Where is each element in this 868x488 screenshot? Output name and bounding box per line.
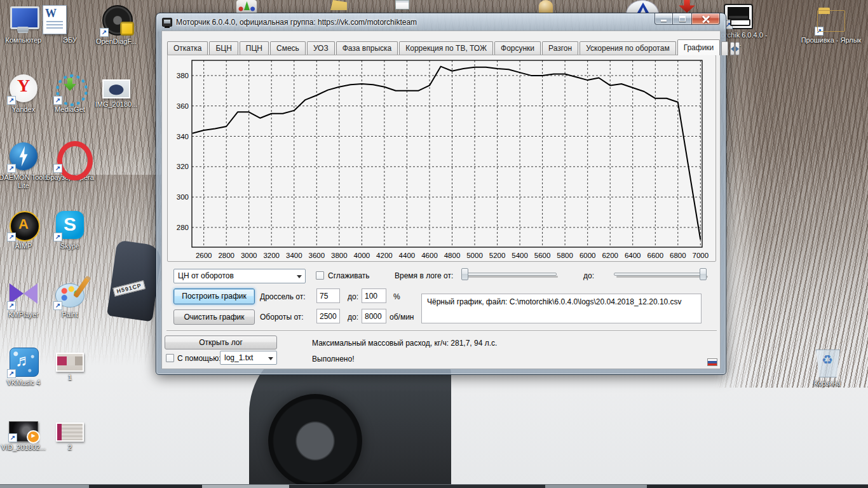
partial-icon-ball[interactable] — [539, 0, 553, 13]
partial-icon-lada[interactable] — [626, 0, 659, 14]
vkmusic-icon — [8, 346, 39, 377]
time-from-slider[interactable] — [461, 268, 557, 281]
log-file-combobox[interactable]: log_1.txt — [220, 351, 277, 365]
motorchik-icon — [724, 4, 753, 29]
skype-icon — [55, 210, 85, 240]
svg-text:3000: 3000 — [241, 252, 257, 259]
desktop-icon-photo-car[interactable]: IMG_20180... — [86, 73, 147, 109]
graph-type-combobox[interactable]: ЦН от оборотов — [173, 269, 306, 283]
throttle-from-input[interactable] — [316, 288, 340, 303]
shortcut-arrow-icon — [53, 96, 62, 105]
russian-flag-icon[interactable] — [707, 358, 717, 366]
partial-icon-plant[interactable] — [236, 0, 257, 13]
svg-text:6000: 6000 — [580, 252, 596, 259]
tab-2[interactable]: БЦН — [209, 41, 238, 55]
rpm-from-input[interactable] — [316, 309, 340, 323]
partial-icon-red-arrow[interactable] — [679, 0, 695, 13]
with-help-checkbox[interactable] — [166, 354, 174, 362]
photo-car-icon — [102, 79, 130, 98]
tab-strip: ОткаткаБЦНПЦНСмесьУОЗФаза впрыскаКоррекц… — [167, 39, 717, 55]
tab-1[interactable]: Откатка — [167, 41, 208, 55]
tab-12[interactable]: Расчё — [721, 41, 728, 55]
slider-track[interactable] — [614, 273, 707, 276]
svg-text:3800: 3800 — [331, 252, 348, 259]
desktop-icon-recycle[interactable]: Корзина — [797, 347, 858, 388]
partial-icon-notepad[interactable] — [395, 0, 409, 10]
icon-label: Прошивка - Ярлык — [801, 36, 862, 44]
open-log-button[interactable]: Открыть лог — [165, 336, 277, 349]
svg-text:380: 380 — [177, 72, 189, 79]
slider-track[interactable] — [461, 273, 557, 276]
minimize-button[interactable] — [654, 13, 673, 25]
icon-label: OpenDiagF... — [86, 37, 147, 46]
taskbar-peek[interactable] — [0, 484, 868, 488]
icon-label: Skype — [39, 242, 100, 250]
wallpaper-trees-right — [715, 0, 868, 388]
shortcut-arrow-icon — [815, 27, 824, 36]
desktop-icon-opendiag[interactable]: OpenDiagF... — [86, 5, 147, 46]
minimize-icon — [661, 20, 667, 22]
desktop-icon-paint[interactable]: Paint — [39, 278, 100, 319]
desktop-icon-folder[interactable]: Прошивка - Ярлык — [801, 4, 862, 44]
partial-icon-folder-top[interactable] — [330, 0, 347, 10]
window-title: Моторчик 6.0.4.0, официальная группа: ht… — [176, 18, 417, 27]
icon-label: Корзина — [797, 379, 858, 388]
time-to-slider[interactable] — [614, 268, 707, 281]
build-graph-button[interactable]: Построить график — [173, 288, 255, 304]
desktop-icon-photo-1[interactable]: 1 — [39, 346, 100, 382]
slider-thumb[interactable] — [700, 268, 707, 280]
arrow-left-icon — [731, 46, 734, 51]
tab-7[interactable]: Коррекция по ТВ, ТОЖ — [399, 41, 493, 55]
status-text: Выполнено! — [312, 355, 354, 363]
tab-5[interactable]: УОЗ — [307, 41, 335, 55]
tab-4[interactable]: Смесь — [270, 41, 306, 55]
photo-2-icon — [56, 423, 84, 442]
tab-9[interactable]: Разгон — [542, 41, 578, 55]
shortcut-arrow-icon — [53, 233, 62, 241]
rpm-label: Обороты от: — [260, 313, 304, 322]
shortcut-arrow-icon — [7, 369, 16, 378]
separator — [166, 330, 717, 332]
tab-scroll-right-button[interactable] — [735, 42, 740, 55]
throttle-to-input[interactable] — [362, 288, 386, 303]
opera-icon — [55, 141, 85, 172]
motorchik-window: Моторчик 6.0.4.0, официальная группа: ht… — [156, 13, 726, 375]
tab-scroll-left-button[interactable] — [730, 42, 735, 55]
rpm-chart: 2600280030003200340036003800400042004400… — [168, 55, 715, 261]
svg-text:5600: 5600 — [534, 252, 551, 259]
graph-info-box: Чёрный график, файл: C:\motorchik\6.0.4.… — [421, 294, 702, 323]
titlebar[interactable]: Моторчик 6.0.4.0, официальная группа: ht… — [156, 13, 726, 30]
clear-graph-button[interactable]: Очистить график — [173, 309, 255, 325]
smooth-checkbox[interactable] — [316, 271, 324, 280]
wallpaper-car-front: Н591СР — [107, 240, 163, 322]
desktop-icon-photo-2[interactable]: 2 — [39, 416, 100, 452]
tab-11[interactable]: Графики — [677, 39, 721, 55]
shortcut-arrow-icon — [53, 164, 62, 173]
rpm-to-input[interactable] — [362, 309, 386, 323]
shortcut-arrow-icon — [8, 433, 17, 442]
with-help-label: С помощью: — [177, 354, 221, 363]
slider-thumb[interactable] — [461, 268, 468, 280]
tab-3[interactable]: ПЦН — [240, 41, 269, 55]
svg-text:3400: 3400 — [286, 252, 302, 259]
graph-type-value: ЦН от оборотов — [178, 271, 234, 280]
tab-8[interactable]: Форсунки — [494, 41, 541, 55]
svg-text:5400: 5400 — [512, 252, 528, 259]
shortcut-arrow-icon — [7, 233, 16, 241]
close-button[interactable] — [691, 13, 720, 25]
rpm-to-label: до: — [348, 313, 358, 322]
icon-label: 1 — [39, 374, 100, 382]
maximize-button[interactable] — [673, 13, 691, 25]
tab-10[interactable]: Ускорения по оборотам — [580, 41, 675, 55]
desktop-icon-opera[interactable]: Браузер Opera — [39, 141, 100, 182]
tab-6[interactable]: Фаза впрыска — [336, 41, 398, 55]
aimp-icon — [8, 210, 39, 240]
paint-icon — [55, 278, 85, 309]
kmplayer-icon — [8, 278, 39, 309]
svg-text:300: 300 — [177, 193, 189, 201]
wallpaper-trees-left — [0, 175, 168, 365]
desktop-icon-skype[interactable]: Skype — [39, 210, 100, 250]
icon-label: IMG_20180... — [86, 100, 147, 109]
license-plate: Н591СР — [112, 280, 146, 297]
chevron-down-icon — [268, 357, 273, 360]
